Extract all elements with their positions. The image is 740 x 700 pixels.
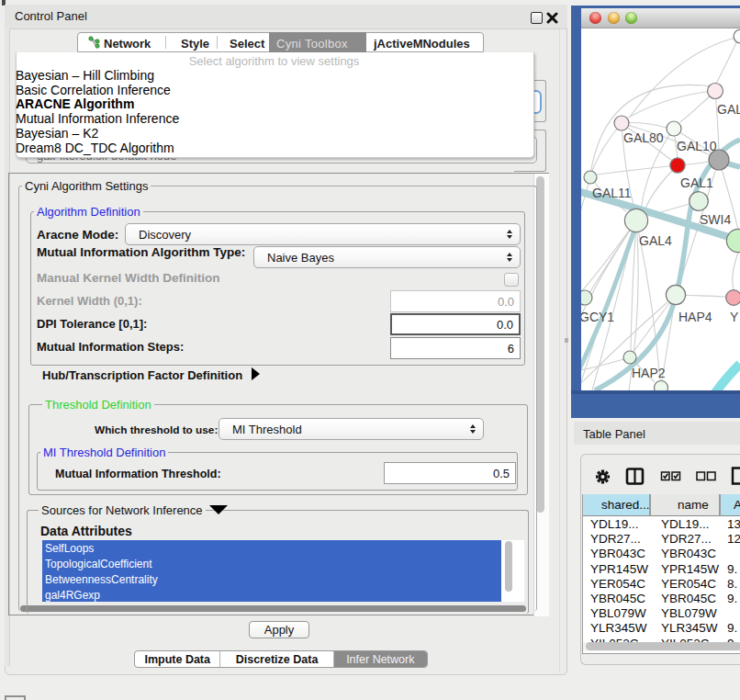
svg-text:HAP2: HAP2: [632, 366, 666, 380]
svg-text:GCY1: GCY1: [581, 310, 614, 324]
svg-text:HAP4: HAP4: [678, 310, 712, 324]
svg-text:Y: Y: [730, 310, 739, 324]
svg-text:SWI4: SWI4: [700, 212, 731, 227]
svg-text:GAL11: GAL11: [592, 186, 632, 200]
svg-text:GAL1: GAL1: [680, 175, 713, 190]
svg-text:GAL2: GAL2: [717, 102, 740, 117]
svg-text:GAL80: GAL80: [623, 130, 664, 145]
svg-text:GAL10: GAL10: [677, 139, 717, 153]
svg-text:GAL4: GAL4: [639, 233, 672, 248]
